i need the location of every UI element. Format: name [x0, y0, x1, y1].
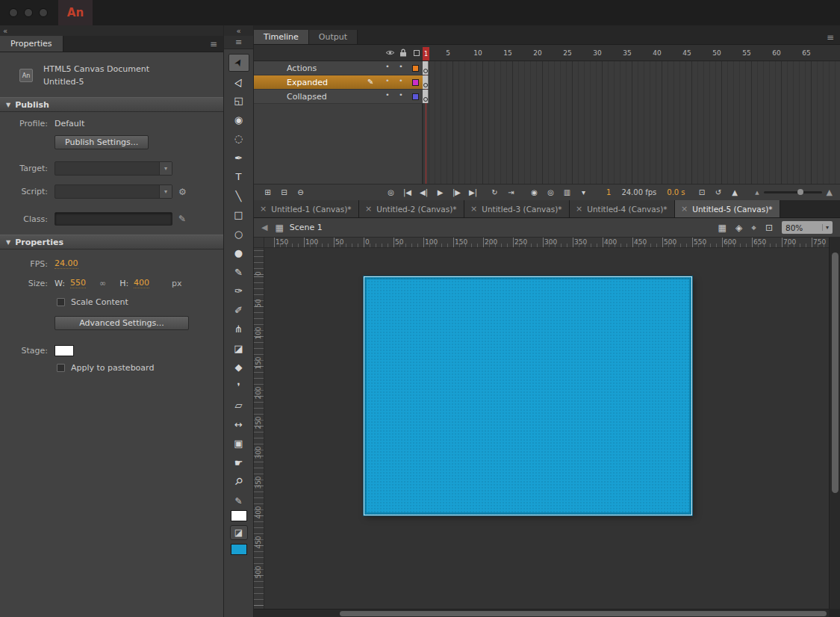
close-tab-icon[interactable]: ×: [260, 204, 267, 214]
bone-tool[interactable]: ⋔: [228, 320, 249, 338]
close-tab-icon[interactable]: ×: [470, 204, 477, 214]
close-tab-icon[interactable]: ×: [365, 204, 372, 214]
width-value[interactable]: 550: [70, 278, 86, 288]
vertical-scrollbar-thumb[interactable]: [832, 252, 839, 493]
keyframe-cell[interactable]: [423, 75, 429, 89]
edit-symbols-button[interactable]: ◈: [735, 223, 742, 233]
back-arrow-icon[interactable]: ◀: [261, 223, 267, 232]
lasso-tool[interactable]: ◌: [228, 130, 249, 148]
onion-skin-button[interactable]: ◉: [528, 188, 541, 196]
timeline-panel-menu-icon[interactable]: ≡: [827, 32, 834, 43]
collapse-timeline-button[interactable]: ▲: [729, 188, 741, 196]
stage-color-swatch[interactable]: [55, 345, 74, 356]
onion-skin-outlines-button[interactable]: ◎: [544, 188, 557, 196]
fill-color-swatch[interactable]: [231, 544, 247, 555]
layer-left[interactable]: Expanded✎••: [254, 75, 423, 90]
publish-section-header[interactable]: ▼ Publish: [0, 97, 223, 112]
script-select[interactable]: ▾: [55, 185, 172, 199]
vertical-ruler[interactable]: 50050100150200250300350400450500: [254, 248, 264, 609]
lock-unlock-all-layers-icon[interactable]: [397, 49, 409, 59]
reset-timeline-button[interactable]: ↺: [712, 188, 725, 196]
go-last-frame-button[interactable]: ▶|: [467, 188, 479, 196]
toolbar-menu-icon[interactable]: ≡: [235, 37, 242, 47]
document-tab[interactable]: ×Untitled-3 (Canvas)*: [464, 200, 570, 217]
step-back-button[interactable]: ◀|: [417, 188, 430, 196]
free-transform-tool[interactable]: ◱: [228, 92, 249, 110]
go-first-frame-button[interactable]: |◀: [401, 188, 414, 196]
close-tab-icon[interactable]: ×: [576, 204, 582, 214]
stage-canvas[interactable]: [364, 276, 692, 515]
layer-row[interactable]: Expanded✎••: [254, 75, 840, 90]
collapse-properties-panel-icon[interactable]: «: [3, 27, 7, 35]
advanced-settings-button[interactable]: Advanced Settings...: [55, 316, 189, 330]
stroke-color-swatch[interactable]: [231, 510, 247, 521]
window-zoom-button[interactable]: [39, 8, 48, 17]
center-frame-button[interactable]: ◎: [385, 188, 397, 196]
paint-bucket-tool[interactable]: ◪: [228, 339, 249, 357]
document-tab[interactable]: ×Untitled-1 (Canvas)*: [254, 200, 359, 217]
tab-properties[interactable]: Properties: [0, 36, 63, 52]
step-forward-button[interactable]: |▶: [450, 188, 463, 196]
document-tab[interactable]: ×Untitled-5 (Canvas)*: [675, 200, 780, 217]
show-hide-all-layers-icon[interactable]: [384, 49, 396, 58]
loop-button[interactable]: ↻: [488, 188, 501, 196]
zoom-tool[interactable]: ⚲: [228, 473, 249, 491]
ink-bottle-tool[interactable]: ◆: [228, 359, 249, 376]
rectangle-tool[interactable]: □: [228, 206, 249, 224]
eraser-tool[interactable]: ▱: [228, 397, 249, 415]
link-dimensions-icon[interactable]: ∞: [99, 279, 106, 288]
brush-tool[interactable]: ✑: [228, 282, 249, 300]
frame-view-button[interactable]: ⊡: [696, 188, 709, 196]
oval-primitive-tool[interactable]: ●: [228, 244, 249, 262]
oval-tool[interactable]: ○: [228, 225, 249, 243]
layer-color-swatch[interactable]: [412, 65, 419, 72]
pencil-tool[interactable]: ✎: [228, 263, 249, 281]
layer-lock-dot[interactable]: •: [397, 91, 405, 99]
window-minimize-button[interactable]: [24, 8, 33, 17]
modify-markers-button[interactable]: ▾: [577, 188, 590, 196]
properties-panel-menu-icon[interactable]: ≡: [210, 39, 217, 49]
playhead[interactable]: 1: [423, 47, 429, 61]
tab-output[interactable]: Output: [309, 30, 358, 44]
stage-viewport[interactable]: [264, 248, 829, 609]
layer-left[interactable]: Actions••: [254, 61, 423, 75]
pen-tool[interactable]: ✒: [228, 149, 249, 167]
layer-visibility-dot[interactable]: •: [384, 91, 391, 99]
script-settings-icon[interactable]: ⚙: [178, 187, 187, 197]
hand-tool[interactable]: ☛: [228, 453, 249, 471]
vertical-scrollbar[interactable]: [829, 238, 840, 609]
target-select[interactable]: ▾: [55, 161, 172, 176]
delete-layer-button[interactable]: ⊖: [294, 188, 307, 196]
document-tab[interactable]: ×Untitled-4 (Canvas)*: [570, 200, 675, 217]
scene-breadcrumb[interactable]: Scene 1: [290, 223, 323, 232]
timeline-zoom-out-icon[interactable]: ▲: [755, 190, 759, 196]
text-tool[interactable]: T: [228, 168, 249, 186]
keyframe-cell[interactable]: [423, 90, 429, 103]
layer-color-swatch[interactable]: [412, 79, 419, 86]
selection-tool[interactable]: ➤: [228, 54, 249, 72]
new-folder-button[interactable]: ⊟: [278, 188, 290, 196]
line-tool[interactable]: ╲: [228, 187, 249, 205]
paint-brush-tool[interactable]: ✐: [228, 301, 249, 319]
frame-rate-value[interactable]: 24.00 fps: [621, 188, 656, 196]
edit-scene-button[interactable]: ▦: [718, 223, 727, 233]
properties-section-header[interactable]: ▼ Properties: [0, 235, 223, 249]
layer-color-swatch[interactable]: [412, 93, 419, 100]
class-input[interactable]: [55, 212, 172, 226]
subselection-tool[interactable]: ▷: [228, 72, 249, 90]
width-tool[interactable]: ↔: [228, 415, 249, 433]
center-stage-button[interactable]: ⌖: [751, 223, 756, 233]
new-layer-button[interactable]: ⊞: [261, 188, 274, 196]
publish-settings-button[interactable]: Publish Settings...: [55, 135, 149, 149]
height-value[interactable]: 400: [134, 278, 149, 288]
keyframe-cell[interactable]: [423, 61, 429, 75]
collapse-toolbar-icon[interactable]: «: [236, 27, 240, 35]
fps-value[interactable]: 24.00: [55, 258, 78, 269]
frame-header[interactable]: 1 5101520253035404550556065: [254, 45, 840, 61]
layer-row[interactable]: Collapsed••: [254, 90, 840, 104]
current-frame-value[interactable]: 1: [606, 188, 611, 196]
layer-left[interactable]: Collapsed••: [254, 90, 423, 104]
clip-content-button[interactable]: ⊡: [765, 223, 773, 233]
fill-color-icon[interactable]: ◪: [230, 525, 248, 540]
tab-timeline[interactable]: Timeline: [254, 30, 309, 44]
